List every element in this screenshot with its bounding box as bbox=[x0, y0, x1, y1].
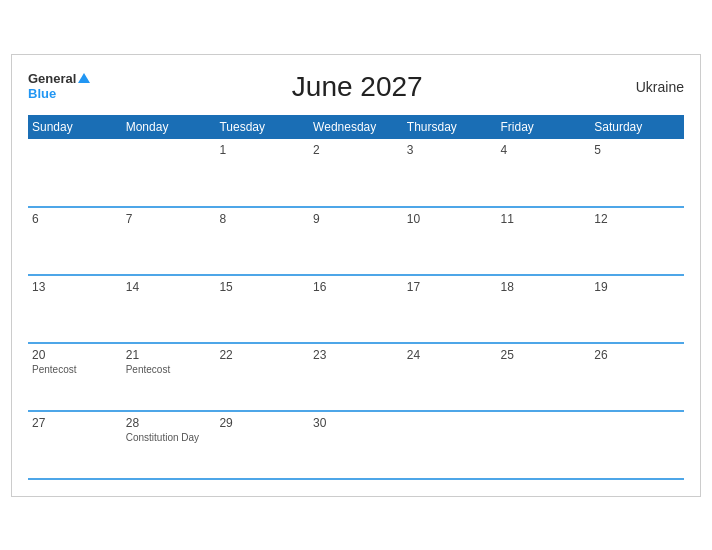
day-number: 7 bbox=[126, 212, 212, 226]
logo-general-text: General bbox=[28, 72, 76, 86]
calendar-cell bbox=[497, 411, 591, 479]
calendar-cell: 11 bbox=[497, 207, 591, 275]
day-number: 23 bbox=[313, 348, 399, 362]
logo-blue-text: Blue bbox=[28, 87, 56, 101]
calendar-cell: 7 bbox=[122, 207, 216, 275]
calendar-cell: 10 bbox=[403, 207, 497, 275]
calendar-cell: 21Pentecost bbox=[122, 343, 216, 411]
day-number: 2 bbox=[313, 143, 399, 157]
calendar-cell: 4 bbox=[497, 139, 591, 207]
calendar-cell: 14 bbox=[122, 275, 216, 343]
calendar-cell: 16 bbox=[309, 275, 403, 343]
day-number: 27 bbox=[32, 416, 118, 430]
holiday-label: Pentecost bbox=[126, 364, 212, 375]
calendar-cell: 17 bbox=[403, 275, 497, 343]
weekday-header-monday: Monday bbox=[122, 115, 216, 139]
weekday-header-tuesday: Tuesday bbox=[215, 115, 309, 139]
day-number: 6 bbox=[32, 212, 118, 226]
calendar-cell: 1 bbox=[215, 139, 309, 207]
weekday-header-friday: Friday bbox=[497, 115, 591, 139]
calendar-header: General Blue June 2027 Ukraine bbox=[28, 71, 684, 103]
calendar-cell: 28Constitution Day bbox=[122, 411, 216, 479]
day-number: 24 bbox=[407, 348, 493, 362]
calendar-cell: 30 bbox=[309, 411, 403, 479]
day-number: 29 bbox=[219, 416, 305, 430]
day-number: 11 bbox=[501, 212, 587, 226]
day-number: 30 bbox=[313, 416, 399, 430]
calendar-table: SundayMondayTuesdayWednesdayThursdayFrid… bbox=[28, 115, 684, 480]
holiday-label: Pentecost bbox=[32, 364, 118, 375]
day-number: 5 bbox=[594, 143, 680, 157]
calendar-cell bbox=[122, 139, 216, 207]
calendar-cell: 12 bbox=[590, 207, 684, 275]
day-number: 8 bbox=[219, 212, 305, 226]
day-number: 15 bbox=[219, 280, 305, 294]
day-number: 1 bbox=[219, 143, 305, 157]
day-number: 4 bbox=[501, 143, 587, 157]
calendar-week-row: 6789101112 bbox=[28, 207, 684, 275]
day-number: 25 bbox=[501, 348, 587, 362]
logo: General Blue bbox=[28, 72, 90, 101]
calendar-cell: 29 bbox=[215, 411, 309, 479]
weekday-header-row: SundayMondayTuesdayWednesdayThursdayFrid… bbox=[28, 115, 684, 139]
day-number: 10 bbox=[407, 212, 493, 226]
weekday-header-saturday: Saturday bbox=[590, 115, 684, 139]
day-number: 18 bbox=[501, 280, 587, 294]
month-title: June 2027 bbox=[90, 71, 624, 103]
calendar-cell: 3 bbox=[403, 139, 497, 207]
day-number: 14 bbox=[126, 280, 212, 294]
day-number: 22 bbox=[219, 348, 305, 362]
weekday-header-sunday: Sunday bbox=[28, 115, 122, 139]
day-number: 12 bbox=[594, 212, 680, 226]
calendar-week-row: 2728Constitution Day2930 bbox=[28, 411, 684, 479]
day-number: 19 bbox=[594, 280, 680, 294]
calendar-cell: 6 bbox=[28, 207, 122, 275]
calendar-cell: 5 bbox=[590, 139, 684, 207]
calendar-cell: 15 bbox=[215, 275, 309, 343]
day-number: 28 bbox=[126, 416, 212, 430]
calendar-cell bbox=[590, 411, 684, 479]
day-number: 3 bbox=[407, 143, 493, 157]
calendar-cell: 25 bbox=[497, 343, 591, 411]
day-number: 13 bbox=[32, 280, 118, 294]
calendar-cell: 13 bbox=[28, 275, 122, 343]
day-number: 16 bbox=[313, 280, 399, 294]
calendar-cell: 19 bbox=[590, 275, 684, 343]
calendar-week-row: 20Pentecost21Pentecost2223242526 bbox=[28, 343, 684, 411]
calendar-cell bbox=[28, 139, 122, 207]
calendar-cell: 27 bbox=[28, 411, 122, 479]
calendar-week-row: 12345 bbox=[28, 139, 684, 207]
country-label: Ukraine bbox=[624, 79, 684, 95]
day-number: 9 bbox=[313, 212, 399, 226]
logo-triangle-icon bbox=[78, 73, 90, 83]
calendar-cell: 23 bbox=[309, 343, 403, 411]
calendar-cell: 22 bbox=[215, 343, 309, 411]
weekday-header-thursday: Thursday bbox=[403, 115, 497, 139]
calendar-cell: 26 bbox=[590, 343, 684, 411]
calendar-cell: 9 bbox=[309, 207, 403, 275]
calendar-cell: 18 bbox=[497, 275, 591, 343]
calendar-cell: 20Pentecost bbox=[28, 343, 122, 411]
calendar-container: General Blue June 2027 Ukraine SundayMon… bbox=[11, 54, 701, 497]
calendar-cell: 8 bbox=[215, 207, 309, 275]
weekday-header-wednesday: Wednesday bbox=[309, 115, 403, 139]
calendar-cell: 24 bbox=[403, 343, 497, 411]
day-number: 21 bbox=[126, 348, 212, 362]
calendar-week-row: 13141516171819 bbox=[28, 275, 684, 343]
holiday-label: Constitution Day bbox=[126, 432, 212, 443]
day-number: 17 bbox=[407, 280, 493, 294]
day-number: 20 bbox=[32, 348, 118, 362]
day-number: 26 bbox=[594, 348, 680, 362]
calendar-cell bbox=[403, 411, 497, 479]
calendar-cell: 2 bbox=[309, 139, 403, 207]
